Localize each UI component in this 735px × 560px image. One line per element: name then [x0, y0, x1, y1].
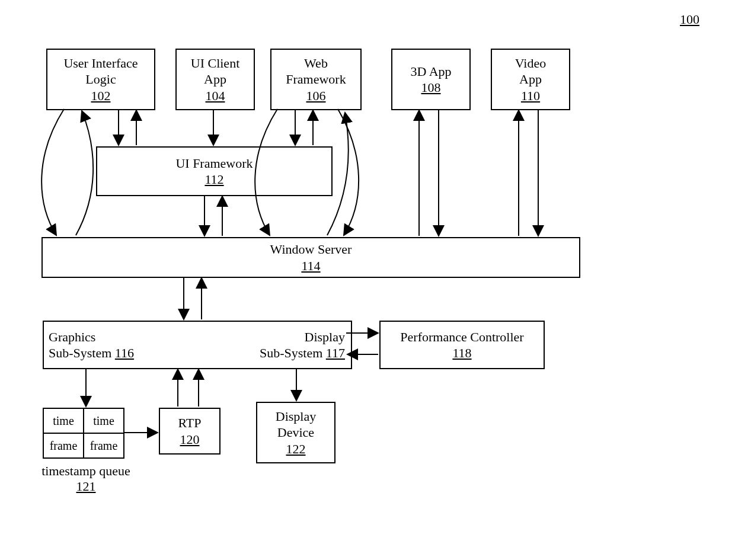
ref: 118 — [452, 345, 471, 361]
text: UI Framework — [175, 155, 253, 172]
text: Sub-System 116 — [49, 345, 134, 361]
text: 3D App — [410, 63, 451, 80]
figure-reference: 100 — [680, 12, 699, 27]
box-ui-framework: UI Framework 112 — [96, 146, 333, 196]
ref: 110 — [521, 88, 540, 104]
ref: 122 — [286, 441, 306, 457]
text: Device — [277, 424, 314, 441]
ref: 102 — [91, 88, 111, 104]
box-rtp: RTP 120 — [159, 408, 220, 455]
text: Logic — [85, 71, 116, 88]
cell-time: time — [83, 409, 123, 433]
box-user-interface-logic: User Interface Logic 102 — [46, 49, 155, 110]
text: Display — [276, 408, 316, 425]
ref: 120 — [180, 431, 200, 448]
timestamp-queue-table: time time frame frame — [43, 408, 124, 459]
text: UI Client — [191, 55, 240, 72]
box-display-subsystem: Display Sub-System 117 — [197, 321, 352, 369]
text: Display — [305, 329, 345, 345]
ref: 114 — [301, 258, 320, 274]
text: Window Server — [270, 241, 352, 258]
ref: 106 — [306, 88, 326, 104]
ref: 104 — [206, 88, 225, 104]
text: Performance Controller — [400, 329, 523, 345]
text: RTP — [178, 415, 201, 431]
timestamp-queue-label: timestamp queue 121 — [33, 463, 139, 494]
text: Graphics — [49, 329, 95, 345]
text: Video — [515, 55, 546, 72]
box-performance-controller: Performance Controller 118 — [379, 321, 545, 369]
box-display-device: Display Device 122 — [256, 402, 335, 463]
box-graphics-subsystem: Graphics Sub-System 116 — [43, 321, 204, 369]
text: Web — [304, 55, 328, 72]
text: User Interface — [63, 55, 138, 72]
box-window-server: Window Server 114 — [41, 237, 580, 278]
box-3d-app: 3D App 108 — [391, 49, 471, 110]
cell-frame: frame — [83, 434, 123, 457]
box-ui-client-app: UI Client App 104 — [175, 49, 255, 110]
ref: 108 — [421, 79, 441, 96]
cell-time: time — [44, 409, 83, 433]
cell-frame: frame — [44, 434, 83, 457]
box-web-framework: Web Framework 106 — [270, 49, 362, 110]
text: App — [519, 71, 542, 88]
text: Sub-System 117 — [260, 345, 345, 361]
ref: 112 — [204, 171, 223, 188]
text: Framework — [286, 71, 346, 88]
text: App — [204, 71, 226, 88]
box-video-app: Video App 110 — [491, 49, 570, 110]
